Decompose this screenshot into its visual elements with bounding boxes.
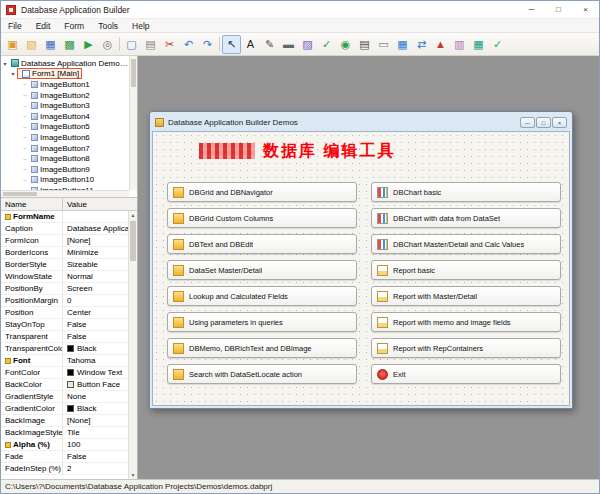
tree-root-node[interactable]: Database Application Demos [ bbox=[1, 58, 137, 69]
property-row[interactable]: FontColor Window Text bbox=[1, 367, 137, 379]
demo-button[interactable]: DBGrid Custom Columns bbox=[167, 208, 357, 228]
memo-tool[interactable]: ▤ bbox=[355, 35, 374, 54]
tree-item-imagebutton[interactable]: ImageButton5 bbox=[1, 122, 137, 133]
property-row[interactable]: BackImage [None] bbox=[1, 415, 137, 427]
demo-button[interactable]: DBGrid and DBNavigator bbox=[167, 182, 357, 202]
redo-tool[interactable]: ↷ bbox=[198, 35, 217, 54]
report-tool[interactable]: ▥ bbox=[450, 35, 469, 54]
property-row[interactable]: BackColor Button Face bbox=[1, 379, 137, 391]
button-tool[interactable]: ▬ bbox=[279, 35, 298, 54]
navigator-tool[interactable]: ⇄ bbox=[412, 35, 431, 54]
property-row[interactable]: WindowState Normal bbox=[1, 271, 137, 283]
close-button[interactable]: × bbox=[572, 1, 599, 18]
tree-item-imagebutton[interactable]: ImageButton10 bbox=[1, 175, 137, 186]
form-title-bar[interactable]: Database Application Builder Demos ─ □ × bbox=[152, 114, 570, 131]
caret-down-icon[interactable] bbox=[1, 60, 9, 67]
scrollbar-thumb[interactable] bbox=[131, 59, 136, 87]
property-row[interactable]: Fade False bbox=[1, 451, 137, 463]
minimize-button[interactable]: ─ bbox=[518, 1, 545, 18]
demo-button[interactable]: Report with Master/Detail bbox=[371, 286, 561, 306]
property-row[interactable]: BorderIcons Minimize bbox=[1, 247, 137, 259]
property-row[interactable]: StayOnTop False bbox=[1, 319, 137, 331]
scrollbar-thumb[interactable] bbox=[130, 221, 136, 261]
check-tool[interactable]: ✓ bbox=[488, 35, 507, 54]
form-maximize-button[interactable]: □ bbox=[536, 117, 551, 128]
cut-tool[interactable]: ✂ bbox=[160, 35, 179, 54]
panel-tool[interactable]: ▭ bbox=[374, 35, 393, 54]
property-row[interactable]: Position Center bbox=[1, 307, 137, 319]
property-row[interactable]: PositionMargin 0 bbox=[1, 295, 137, 307]
property-row[interactable]: Font Tahoma bbox=[1, 355, 137, 367]
demo-button[interactable]: DBMemo, DBRichText and DBImage bbox=[167, 338, 357, 358]
property-row[interactable]: Caption Database Applica bbox=[1, 223, 137, 235]
tree-item-imagebutton[interactable]: ImageButton7 bbox=[1, 143, 137, 154]
demo-button[interactable]: DBChart Master/Detail and Calc Values bbox=[371, 234, 561, 254]
property-row[interactable]: PositionBy Screen bbox=[1, 283, 137, 295]
tree-item-imagebutton[interactable]: ImageButton2 bbox=[1, 90, 137, 101]
tree-item-imagebutton[interactable]: ImageButton3 bbox=[1, 100, 137, 111]
database-tool[interactable]: ▩ bbox=[60, 35, 79, 54]
menu-item[interactable]: File bbox=[1, 19, 29, 32]
caret-down-icon[interactable] bbox=[9, 70, 17, 77]
demo-button[interactable]: Report with memo and image fields bbox=[371, 312, 561, 332]
demo-button[interactable]: Report with RepContainers bbox=[371, 338, 561, 358]
property-row[interactable]: GradientStyle None bbox=[1, 391, 137, 403]
label-tool[interactable]: A bbox=[241, 35, 260, 54]
demo-button[interactable]: DBText and DBEdit bbox=[167, 234, 357, 254]
radio-tool[interactable]: ◉ bbox=[336, 35, 355, 54]
demo-button[interactable]: DBChart with data from DataSet bbox=[371, 208, 561, 228]
demo-button[interactable]: Lookup and Calculated Fields bbox=[167, 286, 357, 306]
scroll-down-arrow-icon[interactable] bbox=[129, 471, 137, 479]
image-tool[interactable]: ▨ bbox=[298, 35, 317, 54]
edit-tool[interactable]: ✎ bbox=[260, 35, 279, 54]
pointer-tool[interactable]: ↖ bbox=[222, 35, 241, 54]
tree-item-imagebutton[interactable]: ImageButton8 bbox=[1, 153, 137, 164]
property-row[interactable]: FormIcon [None] bbox=[1, 235, 137, 247]
property-row[interactable]: FadeInStep (%) 2 bbox=[1, 463, 137, 475]
form-minimize-button[interactable]: ─ bbox=[520, 117, 535, 128]
demo-button[interactable]: Search with DataSetLocate action bbox=[167, 364, 357, 384]
help-tool[interactable]: ◎ bbox=[98, 35, 117, 54]
run-tool[interactable]: ▶ bbox=[79, 35, 98, 54]
form-canvas[interactable]: 数据库 编辑工具 DBGrid and DBNavigator bbox=[152, 131, 570, 406]
demo-button[interactable]: DBChart basic bbox=[371, 182, 561, 202]
property-row[interactable]: FormName bbox=[1, 211, 137, 223]
checkbox-tool[interactable]: ✓ bbox=[317, 35, 336, 54]
scroll-up-arrow-icon[interactable] bbox=[129, 211, 137, 219]
demo-button[interactable]: Report basic bbox=[371, 260, 561, 280]
property-row[interactable]: BackImageStyle Tile bbox=[1, 427, 137, 439]
tree-item-imagebutton[interactable]: ImageButton4 bbox=[1, 111, 137, 122]
new-form-tool[interactable]: ▢ bbox=[122, 35, 141, 54]
form-close-button[interactable]: × bbox=[552, 117, 567, 128]
property-row[interactable]: GradientColor Black bbox=[1, 403, 137, 415]
maximize-button[interactable]: □ bbox=[545, 1, 572, 18]
copy-tool[interactable]: ▤ bbox=[141, 35, 160, 54]
grid-tool[interactable]: ▦ bbox=[393, 35, 412, 54]
property-row[interactable]: TransparentColor Black bbox=[1, 343, 137, 355]
menu-item[interactable]: Form bbox=[57, 19, 91, 32]
demo-button[interactable]: DataSet Master/Detail bbox=[167, 260, 357, 280]
undo-tool[interactable]: ↶ bbox=[179, 35, 198, 54]
menu-item[interactable]: Help bbox=[125, 19, 156, 32]
property-row[interactable]: Transparent False bbox=[1, 331, 137, 343]
tree-item-imagebutton[interactable]: ImageButton6 bbox=[1, 132, 137, 143]
property-grid-scrollbar[interactable] bbox=[128, 211, 137, 479]
menu-item[interactable]: Tools bbox=[91, 19, 125, 32]
menu-item[interactable]: Edit bbox=[29, 19, 58, 32]
tree-item-imagebutton[interactable]: ImageButton9 bbox=[1, 164, 137, 175]
designed-form-window[interactable]: Database Application Builder Demos ─ □ ×… bbox=[149, 111, 573, 409]
property-row[interactable]: Alpha (%) 100 bbox=[1, 439, 137, 451]
save-project-tool[interactable]: ▦ bbox=[41, 35, 60, 54]
demo-button[interactable]: Exit bbox=[371, 364, 561, 384]
title-bar[interactable]: Database Application Builder ─ □ × bbox=[1, 1, 599, 19]
tree-item-imagebutton[interactable]: ImageButton1 bbox=[1, 79, 137, 90]
demo-button[interactable]: Using parameters in queries bbox=[167, 312, 357, 332]
property-row[interactable]: BorderStyle Sizeable bbox=[1, 259, 137, 271]
table-tool[interactable]: ▦ bbox=[469, 35, 488, 54]
new-project-tool[interactable]: ▣ bbox=[3, 35, 22, 54]
chart-tool[interactable]: ▲ bbox=[431, 35, 450, 54]
open-project-tool[interactable]: ▧ bbox=[22, 35, 41, 54]
tree-vertical-scrollbar[interactable] bbox=[129, 56, 137, 190]
scrollbar-thumb[interactable] bbox=[3, 192, 37, 196]
tree-form-node[interactable]: Form1 [Main] bbox=[1, 69, 137, 80]
